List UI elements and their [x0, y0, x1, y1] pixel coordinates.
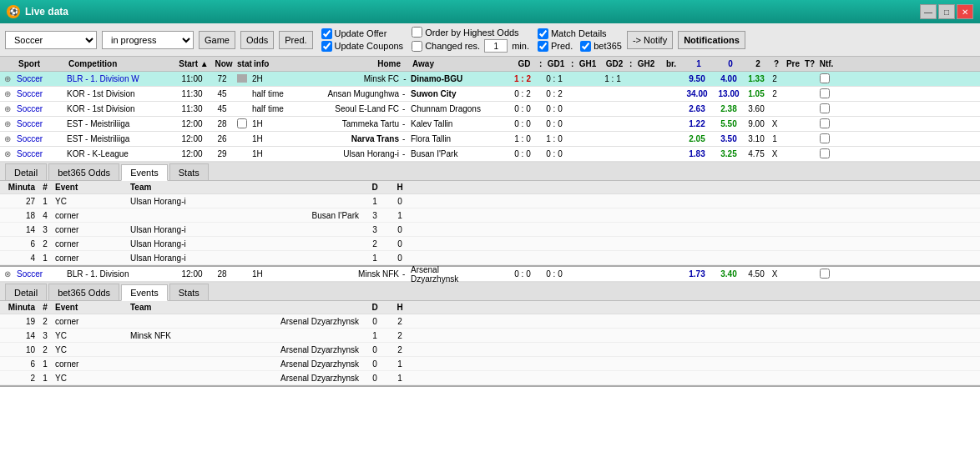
- dash-cell: -: [401, 269, 409, 279]
- tab-events[interactable]: Events: [121, 284, 168, 301]
- home-cell: Ulsan Horang-i: [292, 149, 401, 158]
- order-highest-checkbox[interactable]: [412, 27, 422, 38]
- h-header: H: [387, 183, 412, 192]
- away-cell: Chunnam Dragons: [409, 104, 509, 113]
- minuta-cell: 6: [3, 239, 37, 249]
- competition-cell: KOR - 1st Division: [65, 89, 174, 98]
- team-cell: Ulsan Horang-i: [129, 225, 362, 234]
- tab-events[interactable]: Events: [121, 164, 168, 181]
- event-row[interactable]: 14 3 corner Ulsan Horang-i 3 0: [0, 223, 980, 237]
- ntf-checkbox[interactable]: [820, 148, 830, 158]
- match-row[interactable]: ⊗ Soccer KOR - K-League 12:00 29 1H Ulsa…: [0, 147, 980, 162]
- tab-stats[interactable]: Stats: [169, 284, 209, 300]
- app-icon: ⚽: [7, 5, 20, 18]
- expand-icon[interactable]: ⊕: [0, 119, 15, 128]
- event-row[interactable]: 18 4 corner Busan I'Park 3 1: [0, 208, 980, 223]
- restore-button[interactable]: □: [938, 4, 955, 19]
- ntf-checkbox[interactable]: [820, 73, 830, 83]
- expand-icon[interactable]: ⊕: [0, 134, 15, 143]
- ntf-checkbox[interactable]: [820, 118, 830, 128]
- gd1-col-header: GD1: [543, 59, 569, 68]
- home-cell: Narva Trans: [292, 134, 401, 143]
- match-row[interactable]: ⊕ Soccer KOR - 1st Division 11:30 45 hal…: [0, 87, 980, 102]
- expand-icon[interactable]: ⊗: [0, 149, 15, 158]
- col2-cell: X: [768, 119, 781, 128]
- event-row[interactable]: 27 1 YC Ulsan Horang-i 1 0: [0, 194, 980, 208]
- event-row[interactable]: 10 2 YC Arsenal Dzyarzhynsk 0 2: [0, 343, 980, 357]
- hash-cell: 3: [37, 331, 53, 340]
- pred-checkbox[interactable]: [538, 41, 548, 52]
- odds-button[interactable]: Odds: [240, 31, 274, 49]
- odd0-cell: 3.50: [713, 134, 745, 143]
- ntf-header: Ntf.: [816, 59, 836, 68]
- expand-icon[interactable]: ⊕: [0, 89, 15, 98]
- match-row[interactable]: ⊕ Soccer EST - Meistriliiga 12:00 26 1H …: [0, 132, 980, 147]
- event-row[interactable]: 14 3 YC Minsk NFK 1 2: [0, 329, 980, 343]
- h-cell: 1: [387, 374, 412, 383]
- changed-res-checkbox[interactable]: [412, 41, 422, 52]
- expand-icon[interactable]: ⊗: [0, 269, 15, 279]
- score-cell: 0 : 2: [509, 89, 536, 98]
- event-row[interactable]: 6 2 corner Ulsan Horang-i 2 0: [0, 237, 980, 251]
- tab-detail[interactable]: Detail: [5, 284, 47, 300]
- ntf-checkbox[interactable]: [820, 269, 830, 279]
- minuta-cell: 14: [3, 225, 37, 234]
- ntf-checkbox[interactable]: [820, 133, 830, 143]
- stats-checkbox[interactable]: [237, 118, 247, 128]
- event-row[interactable]: 4 1 corner Ulsan Horang-i 1 0: [0, 251, 980, 265]
- d-header: D: [362, 303, 387, 312]
- odd2-cell: 4.75: [745, 149, 768, 158]
- bet365-checkbox[interactable]: [580, 41, 591, 52]
- tab-detail[interactable]: Detail: [5, 163, 47, 180]
- update-coupons-checkbox[interactable]: [321, 41, 332, 52]
- changed-res-row: Changed res. min.: [412, 39, 529, 53]
- match-row[interactable]: ⊕ Soccer EST - Meistriliiga 12:00 28 1H …: [0, 117, 980, 132]
- gd1-cell: 0 : 0: [541, 104, 568, 113]
- gd2-cell: 1 : 1: [599, 74, 626, 83]
- notify-button[interactable]: -> Notify: [627, 31, 673, 49]
- sport-cell: Soccer: [15, 269, 65, 279]
- expand-icon[interactable]: ⊕: [0, 74, 15, 83]
- match-details-checkbox[interactable]: [538, 28, 548, 39]
- main-content: ⊕ Soccer BLR - 1. Division W 11:00 72 2H…: [0, 72, 980, 457]
- pred-button[interactable]: Pred.: [279, 31, 312, 49]
- expand-icon[interactable]: ⊕: [0, 104, 15, 113]
- odd2-cell: 4.50: [745, 269, 768, 279]
- titlebar-controls[interactable]: — □ ✕: [920, 4, 973, 19]
- events-subtable-m7: Detail bet365 Odds Events Stats Minuta #…: [0, 282, 980, 387]
- match-row[interactable]: ⊕ Soccer BLR - 1. Division W 11:00 72 2H…: [0, 72, 980, 87]
- d-cell: 3: [362, 225, 387, 234]
- event-row[interactable]: 2 1 YC Arsenal Dzyarzhynsk 0 1: [0, 371, 980, 385]
- sport-cell: Soccer: [15, 104, 65, 113]
- event-row[interactable]: 6 1 corner Arsenal Dzyarzhynsk 0 1: [0, 357, 980, 371]
- update-offer-checkbox[interactable]: [321, 28, 332, 39]
- sport-cell: Soccer: [15, 134, 65, 143]
- score-cell: 0 : 0: [509, 269, 536, 279]
- hash-cell: 4: [37, 211, 53, 220]
- sport-select[interactable]: Soccer Tennis Basketball: [5, 31, 97, 49]
- team-cell: Ulsan Horang-i: [129, 197, 362, 206]
- notifications-button[interactable]: Notifications: [678, 31, 745, 49]
- h-cell: 0: [387, 197, 412, 206]
- tab-bet365[interactable]: bet365 Odds: [48, 284, 119, 300]
- sub-header: Minuta # Event Team D H: [0, 181, 980, 194]
- d-cell: 0: [362, 374, 387, 383]
- tab-bet365[interactable]: bet365 Odds: [48, 163, 119, 180]
- odd0-cell: 5.50: [713, 119, 745, 128]
- min-input[interactable]: [484, 39, 508, 53]
- match-row[interactable]: ⊗ Soccer BLR - 1. Division 12:00 28 1H M…: [0, 267, 980, 282]
- away-cell: Busan I'Park: [409, 149, 509, 158]
- tab-stats[interactable]: Stats: [169, 163, 209, 180]
- d-cell: 0: [362, 345, 387, 354]
- event-row[interactable]: 19 2 corner Arsenal Dzyarzhynsk 0 2: [0, 314, 980, 329]
- status-select[interactable]: in progress not started finished: [102, 31, 194, 49]
- dash-cell: -: [401, 89, 409, 98]
- info-cell: 1H: [250, 269, 292, 279]
- ntf-checkbox[interactable]: [820, 88, 830, 98]
- match-row[interactable]: ⊕ Soccer KOR - 1st Division 11:30 45 hal…: [0, 102, 980, 117]
- minimize-button[interactable]: —: [920, 4, 937, 19]
- start-cell: 11:30: [174, 89, 210, 98]
- ntf-checkbox[interactable]: [820, 103, 830, 113]
- game-button[interactable]: Game: [199, 31, 235, 49]
- close-button[interactable]: ✕: [957, 4, 973, 19]
